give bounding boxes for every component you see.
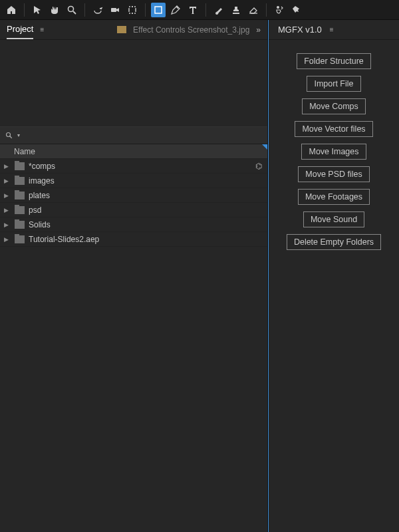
list-item[interactable]: ▶ images <box>0 174 267 188</box>
svg-rect-4 <box>155 7 162 13</box>
divider <box>266 3 267 17</box>
move-psd-files-button[interactable]: Move PSD files <box>298 166 369 182</box>
divider <box>24 3 25 17</box>
disclosure-icon[interactable]: ▶ <box>4 221 11 228</box>
folder-icon <box>15 177 25 185</box>
folder-icon <box>15 192 25 200</box>
home-icon[interactable] <box>4 3 19 17</box>
item-label: *comps <box>29 162 55 171</box>
svg-point-5 <box>277 6 279 9</box>
list-item[interactable]: ▶ *comps ⌬ <box>0 159 267 174</box>
disclosure-icon[interactable]: ▶ <box>4 178 11 184</box>
top-toolbar <box>0 0 399 20</box>
delete-empty-folders-button[interactable]: Delete Empty Folders <box>287 234 381 250</box>
list-item[interactable]: ▶ psd <box>0 203 267 217</box>
move-footages-button[interactable]: Move Footages <box>298 189 370 205</box>
disclosure-icon[interactable]: ▶ <box>4 207 11 213</box>
move-sound-button[interactable]: Move Sound <box>303 211 364 227</box>
camera-tool-icon[interactable] <box>108 3 122 17</box>
svg-rect-3 <box>129 7 136 13</box>
select-tool-icon[interactable] <box>30 3 45 17</box>
panel-menu-icon[interactable]: ≡ <box>330 26 334 33</box>
hand-tool-icon[interactable] <box>47 3 62 17</box>
mgfx-body: Folder Structure Import File Move Comps … <box>269 40 399 532</box>
sort-indicator-icon <box>262 144 267 150</box>
text-tool-icon[interactable] <box>186 3 200 17</box>
svg-line-1 <box>73 11 76 14</box>
list-item[interactable]: ▶ Tutorial-Slides2.aep <box>0 232 267 247</box>
divider <box>145 3 146 17</box>
mgfx-title: MGFX v1.0 <box>278 25 322 35</box>
pin-tool-icon[interactable] <box>289 3 304 17</box>
project-item-list: ▶ *comps ⌬ ▶ images ▶ plates ▶ <box>0 159 267 532</box>
panel-menu-icon[interactable]: ≡ <box>40 26 44 33</box>
pen-tool-icon[interactable] <box>168 3 183 17</box>
svg-rect-2 <box>111 8 116 12</box>
column-header[interactable]: Name <box>0 144 267 159</box>
flowchart-icon[interactable]: ⌬ <box>255 162 262 171</box>
disclosure-icon[interactable]: ▶ <box>4 163 11 170</box>
folder-icon <box>15 221 25 229</box>
divider <box>205 3 206 17</box>
stamp-tool-icon[interactable] <box>229 3 243 17</box>
folder-icon <box>15 206 25 214</box>
rect-tool-icon[interactable] <box>151 3 166 17</box>
search-icon <box>5 132 13 140</box>
search-row[interactable]: ▾ <box>0 126 267 144</box>
orbit-tool-icon[interactable] <box>90 3 105 17</box>
svg-line-7 <box>10 136 12 138</box>
project-tabs: Project ≡ Effect Controls Screenshot_3.j… <box>0 20 267 40</box>
roto-tool-icon[interactable] <box>272 3 287 17</box>
preview-area <box>0 40 267 126</box>
brush-tool-icon[interactable] <box>211 3 226 17</box>
list-item[interactable]: ▶ Solids <box>0 217 267 232</box>
item-label: plates <box>29 191 50 200</box>
move-comps-button[interactable]: Move Comps <box>302 98 366 114</box>
project-body: ▾ Name ▶ *comps ⌬ ▶ images <box>0 40 267 532</box>
folder-icon <box>15 235 25 243</box>
folder-structure-button[interactable]: Folder Structure <box>297 53 371 69</box>
mgfx-panel: MGFX v1.0 ≡ Folder Structure Import File… <box>268 20 399 532</box>
item-label: psd <box>29 205 41 215</box>
list-item[interactable]: ▶ plates <box>0 188 267 203</box>
disclosure-icon[interactable]: ▶ <box>4 192 11 199</box>
file-icon <box>117 26 126 33</box>
item-label: images <box>29 176 55 186</box>
item-label: Tutorial-Slides2.aep <box>29 235 99 244</box>
tab-effect-controls[interactable]: Effect Controls Screenshot_3.jpg <box>133 25 249 35</box>
import-file-button[interactable]: Import File <box>307 76 360 92</box>
move-vector-files-button[interactable]: Move Vector files <box>295 121 372 137</box>
disclosure-icon[interactable]: ▶ <box>4 236 11 243</box>
eraser-tool-icon[interactable] <box>246 3 261 17</box>
svg-point-0 <box>68 6 74 11</box>
zoom-tool-icon[interactable] <box>65 3 79 17</box>
item-label: Solids <box>29 220 51 229</box>
project-panel: Project ≡ Effect Controls Screenshot_3.j… <box>0 20 268 532</box>
svg-point-6 <box>7 132 11 136</box>
mgfx-header: MGFX v1.0 ≡ <box>269 20 399 40</box>
move-images-button[interactable]: Move Images <box>301 144 366 160</box>
folder-icon <box>15 162 25 170</box>
main-area: Project ≡ Effect Controls Screenshot_3.j… <box>0 20 399 532</box>
column-name: Name <box>14 147 35 156</box>
overflow-tabs-icon[interactable]: » <box>256 25 261 35</box>
snap-tool-icon[interactable] <box>125 3 140 17</box>
divider <box>84 3 85 17</box>
search-dropdown-icon[interactable]: ▾ <box>17 132 20 138</box>
tab-project[interactable]: Project <box>7 20 33 39</box>
